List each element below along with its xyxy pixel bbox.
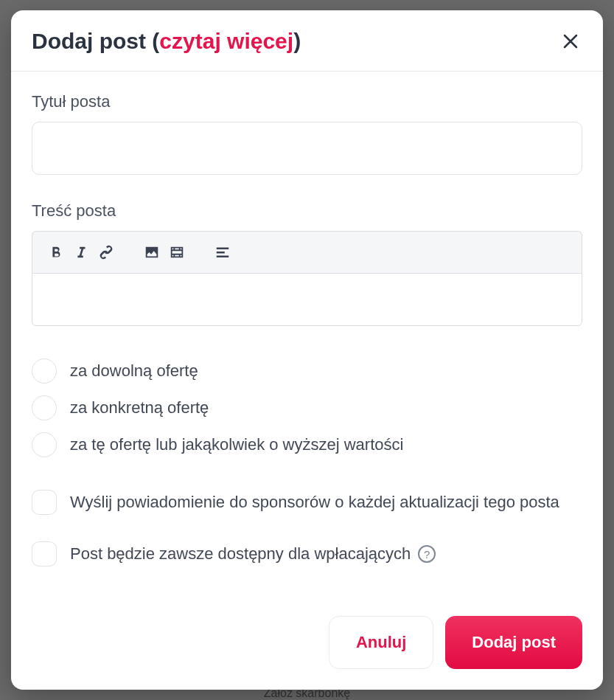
checkbox-label-always-available[interactable]: Post będzie zawsze dostępny dla wpłacają… bbox=[70, 544, 436, 564]
modal-title: Dodaj post (czytaj więcej) bbox=[32, 28, 301, 55]
checkbox-text-notify: Wyślij powiadomienie do sponsorów o każd… bbox=[70, 493, 559, 512]
radio-this-or-higher[interactable] bbox=[32, 432, 57, 457]
checkbox-notify-sponsors[interactable] bbox=[32, 490, 57, 515]
align-button[interactable] bbox=[212, 242, 233, 263]
link-button[interactable] bbox=[96, 242, 116, 263]
radio-label-specific-offer[interactable]: za konkretną ofertę bbox=[70, 398, 209, 417]
video-button[interactable] bbox=[167, 242, 187, 263]
modal-header: Dodaj post (czytaj więcej) bbox=[11, 10, 603, 72]
italic-button[interactable] bbox=[71, 242, 91, 263]
modal-body: Tytuł posta Treść posta bbox=[11, 72, 603, 598]
editor-toolbar bbox=[32, 231, 582, 273]
checkbox-label-notify[interactable]: Wyślij powiadomienie do sponsorów o każd… bbox=[70, 493, 559, 512]
title-paren-open: ( bbox=[152, 29, 159, 53]
radio-row-any-offer: za dowolną ofertę bbox=[32, 358, 582, 384]
bold-button[interactable] bbox=[46, 242, 66, 263]
radio-row-specific-offer: za konkretną ofertę bbox=[32, 395, 582, 420]
read-more-link[interactable]: czytaj więcej bbox=[159, 29, 293, 53]
help-icon[interactable]: ? bbox=[418, 545, 436, 563]
post-title-input[interactable] bbox=[32, 122, 582, 175]
align-icon bbox=[214, 244, 231, 260]
title-field-label: Tytuł posta bbox=[32, 92, 582, 111]
radio-row-this-or-higher: za tę ofertę lub jakąkolwiek o wyższej w… bbox=[32, 432, 582, 457]
image-icon bbox=[144, 244, 160, 260]
radio-label-any-offer[interactable]: za dowolną ofertę bbox=[70, 361, 198, 381]
title-prefix: Dodaj post bbox=[32, 29, 152, 53]
post-content-editor[interactable] bbox=[32, 273, 582, 326]
checkbox-text-always-available: Post będzie zawsze dostępny dla wpłacają… bbox=[70, 544, 411, 564]
offer-radio-group: za dowolną ofertę za konkretną ofertę za… bbox=[32, 358, 582, 457]
italic-icon bbox=[73, 244, 89, 260]
checkbox-row-always-available: Post będzie zawsze dostępny dla wpłacają… bbox=[32, 541, 582, 566]
checkbox-always-available[interactable] bbox=[32, 541, 57, 566]
radio-specific-offer[interactable] bbox=[32, 395, 57, 420]
modal-footer: Anuluj Dodaj post bbox=[11, 598, 603, 690]
cancel-button[interactable]: Anuluj bbox=[329, 616, 433, 669]
checkbox-row-notify: Wyślij powiadomienie do sponsorów o każd… bbox=[32, 490, 582, 515]
video-icon bbox=[169, 244, 185, 260]
radio-any-offer[interactable] bbox=[32, 358, 57, 384]
submit-button[interactable]: Dodaj post bbox=[445, 616, 582, 669]
add-post-modal: Dodaj post (czytaj więcej) Tytuł posta T… bbox=[11, 10, 603, 690]
checkbox-group: Wyślij powiadomienie do sponsorów o każd… bbox=[32, 490, 582, 566]
close-icon bbox=[562, 32, 579, 50]
bold-icon bbox=[48, 244, 64, 260]
radio-label-this-or-higher[interactable]: za tę ofertę lub jakąkolwiek o wyższej w… bbox=[70, 435, 403, 454]
image-button[interactable] bbox=[142, 242, 162, 263]
close-button[interactable] bbox=[559, 30, 582, 53]
title-paren-close: ) bbox=[293, 29, 301, 53]
content-field-label: Treść posta bbox=[32, 201, 582, 221]
link-icon bbox=[98, 244, 114, 260]
